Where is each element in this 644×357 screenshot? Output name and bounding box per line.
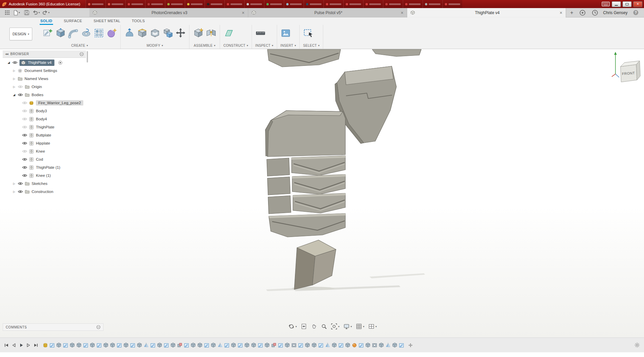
timeline-feature-combine-35[interactable] bbox=[271, 342, 276, 348]
browser-row-sketches[interactable]: ▷Sketches bbox=[3, 180, 86, 188]
timeline-feature-sketch-48[interactable] bbox=[358, 342, 364, 348]
timeline-feature-extrude-20[interactable] bbox=[170, 342, 176, 348]
ribbon-group-label-create[interactable]: CREATE▾ bbox=[42, 44, 117, 47]
timeline-feature-extrude-31[interactable] bbox=[244, 342, 250, 348]
timeline-settings-gear-icon[interactable] bbox=[634, 342, 640, 348]
minimize-panel-icon[interactable] bbox=[80, 52, 84, 56]
timeline-feature-extrude-6[interactable] bbox=[76, 342, 82, 348]
timeline-feature-sketch-22[interactable] bbox=[183, 342, 189, 348]
grid-layout-button[interactable]: ▾ bbox=[356, 323, 364, 329]
timeline-drag-handle[interactable] bbox=[408, 343, 413, 348]
background-window-tab-9[interactable] bbox=[244, 0, 264, 8]
ribbon-group-label-select[interactable]: SELECT▾ bbox=[303, 44, 319, 47]
maximize-button[interactable] bbox=[622, 1, 632, 7]
background-window-tab-2[interactable] bbox=[105, 0, 125, 8]
timeline-feature-sketch-39[interactable] bbox=[298, 342, 303, 348]
active-component-chip[interactable]: ThighPlate v4 bbox=[19, 60, 54, 66]
timeline-feature-mirror-43[interactable] bbox=[325, 342, 330, 348]
expander-icon[interactable]: ▷ bbox=[12, 85, 16, 88]
timeline-feature-extrude-32[interactable] bbox=[251, 342, 256, 348]
look-at-button[interactable] bbox=[301, 323, 307, 329]
expander-icon[interactable]: ◢ bbox=[7, 61, 11, 64]
select-button[interactable] bbox=[303, 28, 314, 38]
visibility-eye-icon[interactable] bbox=[22, 117, 28, 121]
browser-row-knee-1[interactable]: Knee (1) bbox=[3, 171, 86, 180]
timeline-feature-sketch-14[interactable] bbox=[130, 342, 135, 348]
ribbon-group-label-construct[interactable]: CONSTRUCT▾ bbox=[223, 44, 248, 47]
expander-icon[interactable]: ▷ bbox=[12, 77, 16, 80]
expander-icon[interactable]: ◢ bbox=[12, 93, 16, 96]
timeline-feature-extrude-41[interactable] bbox=[311, 342, 317, 348]
activate-component-radio[interactable] bbox=[58, 61, 62, 65]
job-status-clock-icon[interactable] bbox=[591, 9, 599, 17]
create-sketch-button[interactable] bbox=[42, 28, 53, 38]
visibility-eye-icon[interactable] bbox=[18, 85, 23, 88]
timeline-feature-extrude-37[interactable] bbox=[284, 342, 290, 348]
timeline-feature-extrude-24[interactable] bbox=[197, 342, 203, 348]
revolve-button[interactable] bbox=[81, 28, 91, 38]
press-pull-button[interactable] bbox=[124, 28, 135, 38]
timeline-feature-extrude-5[interactable] bbox=[69, 342, 75, 348]
timeline-feature-sketch-9[interactable] bbox=[96, 342, 102, 348]
zoom-button[interactable] bbox=[321, 323, 327, 329]
minimize-button[interactable] bbox=[612, 1, 621, 7]
timeline-feature-sketch-45[interactable] bbox=[338, 342, 344, 348]
ribbon-group-label-inspect[interactable]: INSPECT▾ bbox=[255, 44, 273, 47]
measure-button[interactable] bbox=[255, 28, 266, 38]
pan-button[interactable] bbox=[311, 323, 317, 329]
browser-row-hipplate[interactable]: Hipplate bbox=[3, 139, 86, 147]
timeline-feature-sketch-36[interactable] bbox=[277, 342, 283, 348]
background-window-tab-11[interactable] bbox=[284, 0, 304, 8]
background-window-tab-4[interactable] bbox=[145, 0, 165, 8]
browser-scrollbar[interactable] bbox=[87, 51, 88, 63]
thigh-armor-model[interactable] bbox=[0, 49, 644, 338]
timeline-feature-extrude-34[interactable] bbox=[264, 342, 270, 348]
browser-row-thighplate[interactable]: ThighPlate bbox=[3, 123, 86, 131]
visibility-eye-icon[interactable] bbox=[18, 182, 23, 185]
background-window-tab-14[interactable] bbox=[343, 0, 363, 8]
timeline-feature-sketch-28[interactable] bbox=[224, 342, 229, 348]
browser-row-knee[interactable]: Knee bbox=[3, 147, 86, 155]
timeline-feature-hole-50[interactable] bbox=[372, 342, 377, 348]
browser-row-cod[interactable]: Cod bbox=[3, 155, 86, 163]
ribbon-tab-sheet-metal[interactable]: SHEET METAL bbox=[93, 17, 121, 25]
sweep-button[interactable] bbox=[68, 28, 79, 38]
visibility-eye-icon[interactable] bbox=[22, 109, 28, 113]
joint-button[interactable] bbox=[206, 28, 216, 38]
minimize-comments-icon[interactable] bbox=[96, 325, 100, 329]
close-button[interactable]: × bbox=[633, 1, 642, 7]
timeline-feature-extrude-3[interactable] bbox=[56, 342, 61, 348]
visibility-eye-icon[interactable] bbox=[22, 158, 28, 161]
background-window-tab-18[interactable] bbox=[423, 0, 442, 8]
timeline-feature-sketch-17[interactable] bbox=[150, 342, 156, 348]
timeline-feature-extrude-44[interactable] bbox=[331, 342, 337, 348]
file-menu-icon[interactable]: ▾ bbox=[12, 9, 21, 17]
background-window-tab-12[interactable] bbox=[304, 0, 324, 8]
canvas-button[interactable] bbox=[281, 28, 291, 38]
background-window-tab-10[interactable] bbox=[264, 0, 284, 8]
visibility-eye-icon[interactable] bbox=[18, 93, 23, 96]
browser-row-document-settings[interactable]: ▷Document Settings bbox=[3, 67, 86, 75]
background-window-tab-3[interactable] bbox=[125, 0, 145, 8]
background-window-tab-13[interactable] bbox=[324, 0, 343, 8]
document-tab-pulse-pistol-v5[interactable]: Pulse Pistol v5*× bbox=[248, 8, 407, 17]
timeline-feature-sketch-54[interactable] bbox=[398, 342, 404, 348]
ribbon-group-label-modify[interactable]: MODIFY▾ bbox=[124, 44, 186, 47]
play-button[interactable] bbox=[19, 343, 24, 348]
shell-button[interactable] bbox=[149, 28, 160, 38]
ribbon-tab-solid[interactable]: SOLID bbox=[40, 17, 53, 25]
document-tab-photongrenades-v3[interactable]: PhotonGrenades v3× bbox=[89, 8, 248, 17]
new-component-button[interactable] bbox=[193, 28, 204, 38]
ribbon-group-label-assemble[interactable]: ASSEMBLE▾ bbox=[193, 44, 216, 47]
ribbon-tab-tools[interactable]: TOOLS bbox=[131, 17, 145, 25]
viewports-button[interactable]: ▾ bbox=[369, 323, 377, 329]
timeline-feature-extrude-11[interactable] bbox=[110, 342, 115, 348]
ribbon-group-label-insert[interactable]: INSERT▾ bbox=[281, 44, 296, 47]
timeline-feature-extrude-26[interactable] bbox=[210, 342, 216, 348]
timeline-feature-extrude-53[interactable] bbox=[392, 342, 397, 348]
extensions-icon[interactable] bbox=[578, 9, 587, 17]
close-tab-icon[interactable]: × bbox=[242, 10, 245, 15]
expander-icon[interactable]: ▷ bbox=[12, 182, 16, 185]
background-window-tab-15[interactable] bbox=[363, 0, 383, 8]
expander-icon[interactable]: ▷ bbox=[12, 69, 16, 72]
